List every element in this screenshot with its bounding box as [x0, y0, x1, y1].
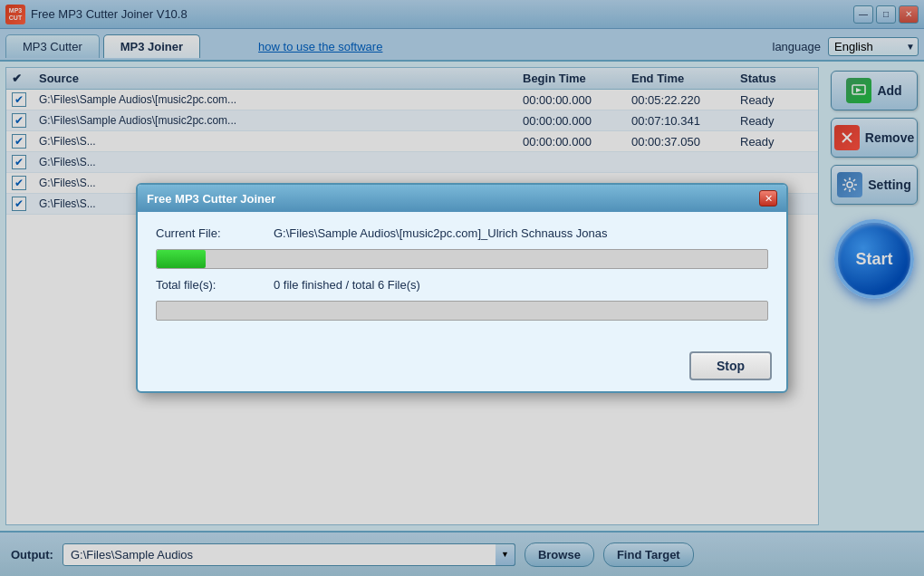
total-files-label: Total file(s):: [156, 278, 265, 292]
modal-title: Free MP3 Cutter Joiner: [147, 192, 275, 206]
total-files-row: Total file(s): 0 file finished / total 6…: [156, 278, 768, 292]
modal-close-button[interactable]: ✕: [759, 190, 777, 206]
modal-title-bar: Free MP3 Cutter Joiner ✕: [138, 185, 786, 212]
current-progress-fill: [157, 250, 206, 268]
total-progress-bar-container: [156, 301, 768, 321]
total-files-value: 0 file finished / total 6 File(s): [274, 278, 768, 292]
progress-modal: Free MP3 Cutter Joiner ✕ Current File: G…: [136, 183, 788, 393]
current-progress-bar-container: [156, 249, 768, 269]
stop-button[interactable]: Stop: [689, 351, 772, 380]
current-file-row: Current File: G:\Files\Sample Audios\[mu…: [156, 226, 768, 240]
modal-footer: Stop: [138, 344, 786, 391]
modal-body: Current File: G:\Files\Sample Audios\[mu…: [138, 212, 786, 344]
current-file-label: Current File:: [156, 226, 265, 240]
modal-overlay: Free MP3 Cutter Joiner ✕ Current File: G…: [0, 0, 924, 576]
current-file-value: G:\Files\Sample Audios\[music2pc.com]_Ul…: [274, 226, 768, 240]
